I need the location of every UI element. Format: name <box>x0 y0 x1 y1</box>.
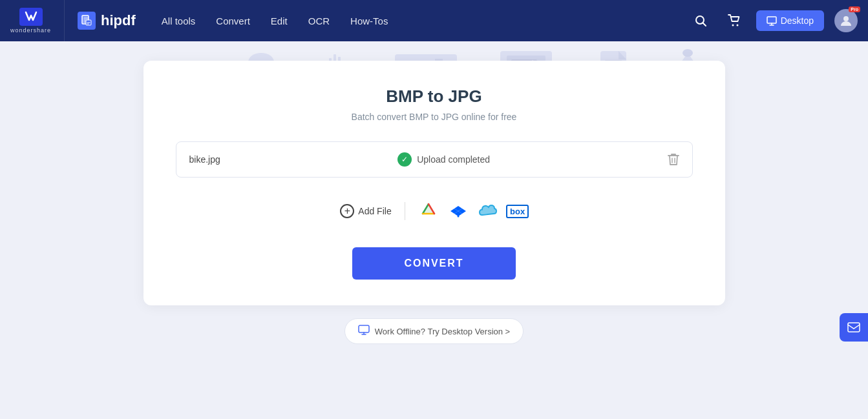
add-file-button[interactable]: + Add File <box>340 204 391 218</box>
user-avatar[interactable]: Pro <box>834 9 858 32</box>
svg-point-4 <box>736 25 738 26</box>
hipdf-icon <box>78 12 96 30</box>
desktop-button[interactable]: Desktop <box>756 10 824 31</box>
cart-button[interactable] <box>723 9 746 32</box>
cloud-icons: box <box>418 201 528 221</box>
add-file-label: Add File <box>358 206 391 216</box>
desktop-label: Desktop <box>781 15 814 26</box>
box-button[interactable]: box <box>507 201 528 221</box>
nav-links: All tools Convert Edit OCR How-Tos <box>162 15 689 26</box>
onedrive-button[interactable] <box>478 201 498 221</box>
file-row: bike.jpg ✓ Upload completed <box>176 141 693 178</box>
nav-edit[interactable]: Edit <box>271 15 288 26</box>
add-file-row: + Add File <box>176 190 693 232</box>
brand-logo: wondershare <box>10 0 65 41</box>
check-circle-icon: ✓ <box>397 152 412 167</box>
file-name: bike.jpg <box>189 154 220 165</box>
offline-text: Work Offline? Try Desktop Version > <box>375 327 510 336</box>
nav-convert[interactable]: Convert <box>216 15 250 26</box>
convert-button[interactable]: CONVERT <box>352 247 515 280</box>
nav-actions: Desktop Pro <box>689 9 858 32</box>
nav-ocr[interactable]: OCR <box>308 15 330 26</box>
upload-status: ✓ Upload completed <box>397 152 490 167</box>
svg-point-6 <box>843 16 849 21</box>
svg-point-3 <box>732 25 734 26</box>
pro-badge: Pro <box>849 6 860 12</box>
converter-card: BMP to JPG Batch convert BMP to JPG onli… <box>143 61 725 305</box>
wondershare-text: wondershare <box>10 27 51 34</box>
navbar: wondershare hipdf All tools Convert Edit… <box>0 0 868 41</box>
desktop-icon <box>358 324 370 338</box>
nav-how-tos[interactable]: How-Tos <box>350 15 388 26</box>
page-title: BMP to JPG <box>176 87 693 107</box>
svg-rect-5 <box>767 17 776 23</box>
nav-all-tools[interactable]: All tools <box>162 15 196 26</box>
dropbox-button[interactable] <box>448 201 469 221</box>
svg-rect-28 <box>359 325 369 332</box>
hipdf-name: hipdf <box>101 12 136 29</box>
main-content: BMP to JPG Batch convert BMP to JPG onli… <box>0 41 868 357</box>
svg-rect-29 <box>848 323 860 332</box>
email-fab-button[interactable] <box>840 313 868 342</box>
offline-banner[interactable]: Work Offline? Try Desktop Version > <box>344 318 524 344</box>
page-subtitle: Batch convert BMP to JPG online for free <box>176 112 693 122</box>
upload-status-text: Upload completed <box>417 154 490 165</box>
add-file-plus-icon: + <box>340 204 354 218</box>
box-icon: box <box>506 205 529 218</box>
delete-file-button[interactable] <box>668 153 679 166</box>
svg-point-27 <box>457 216 459 218</box>
google-drive-button[interactable] <box>418 201 439 221</box>
search-button[interactable] <box>689 9 712 32</box>
hipdf-logo: hipdf <box>78 12 136 30</box>
wondershare-logo: wondershare <box>10 8 51 34</box>
divider <box>405 202 405 220</box>
ws-icon <box>19 8 43 26</box>
